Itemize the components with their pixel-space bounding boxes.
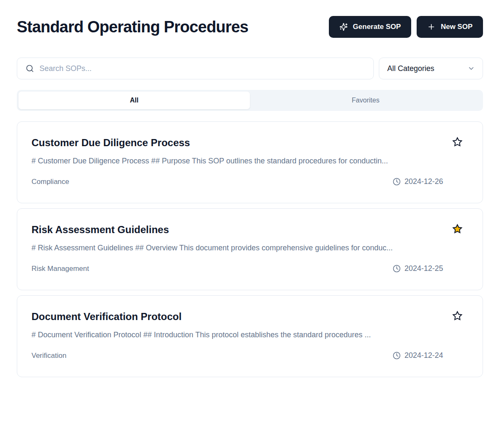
new-sop-label: New SOP [441,23,472,31]
page-container: Standard Operating Procedures Generate S… [17,0,483,394]
search-icon [26,64,34,73]
tab-favorites[interactable]: Favorites [250,92,481,109]
sop-card-date: 2024-12-25 [393,264,443,273]
sop-card-title: Risk Assessment Guidelines [32,223,169,236]
search-input[interactable] [39,64,367,73]
category-select-value: All Categories [387,64,434,73]
clock-icon [393,352,401,360]
sop-card-title: Customer Due Diligence Process [32,136,190,149]
tabs: All Favorites [17,90,483,111]
sop-card-date-text: 2024-12-24 [404,351,443,360]
sop-card-date: 2024-12-26 [393,177,443,186]
sop-card[interactable]: Document Verification Protocol # Documen… [17,295,483,377]
star-icon [452,229,462,235]
favorite-button[interactable] [452,137,462,147]
plus-icon [427,23,436,31]
sop-card[interactable]: Customer Due Diligence Process # Custome… [17,121,483,203]
clock-icon [393,178,401,186]
favorite-button[interactable] [452,311,462,321]
sop-card[interactable]: Risk Assessment Guidelines # Risk Assess… [17,208,483,290]
sop-card-category: Verification [32,352,66,360]
sparkles-icon [339,23,348,31]
sop-card-category: Compliance [32,178,69,186]
sop-list: Customer Due Diligence Process # Custome… [17,121,483,394]
generate-sop-button[interactable]: Generate SOP [329,16,411,38]
sop-card-excerpt: # Risk Assessment Guidelines ## Overview… [32,243,468,253]
sop-card-date-text: 2024-12-25 [404,264,443,273]
sop-card-excerpt: # Customer Due Diligence Process ## Purp… [32,156,468,166]
generate-sop-label: Generate SOP [353,23,401,31]
new-sop-button[interactable]: New SOP [417,16,483,38]
search-box [17,58,374,79]
header-actions: Generate SOP New SOP [329,16,483,38]
chevron-down-icon [467,65,475,72]
sop-card-category: Risk Management [32,265,89,273]
tab-all[interactable]: All [18,92,250,109]
star-icon [452,316,462,322]
sop-card-title: Document Verification Protocol [32,310,181,323]
star-icon [452,142,462,148]
sop-card-date-text: 2024-12-26 [404,177,443,186]
clock-icon [393,265,401,273]
page-title: Standard Operating Procedures [17,18,248,36]
sop-card-date: 2024-12-24 [393,351,443,360]
page-header: Standard Operating Procedures Generate S… [17,0,483,38]
category-select[interactable]: All Categories [379,58,483,79]
favorite-button[interactable] [452,224,462,234]
filter-row: All Categories [17,58,483,79]
sop-card-excerpt: # Document Verification Protocol ## Intr… [32,330,468,340]
